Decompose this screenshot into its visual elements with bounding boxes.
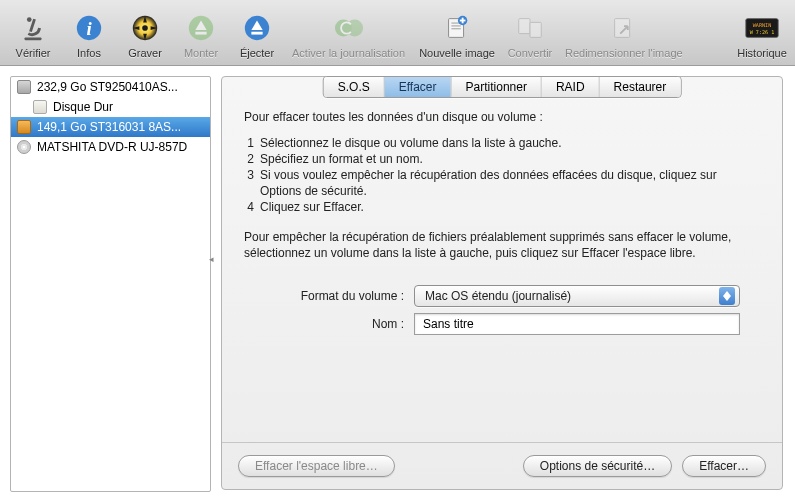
burn-icon <box>128 11 162 45</box>
toolbar-convert[interactable]: Convertir <box>503 11 557 59</box>
tab-erase[interactable]: Effacer <box>385 77 452 97</box>
toolbar-verify-label: Vérifier <box>16 47 51 59</box>
name-label: Nom : <box>244 316 414 332</box>
toolbar-log[interactable]: WARNIN W 7:26 1 Historique <box>735 11 789 59</box>
name-input[interactable] <box>414 313 740 335</box>
svg-text:W 7:26 1: W 7:26 1 <box>750 29 775 35</box>
tab-restore[interactable]: Restaurer <box>600 77 681 97</box>
svg-rect-11 <box>251 32 262 35</box>
svg-point-7 <box>142 25 148 31</box>
toolbar-journal-label: Activer la journalisation <box>292 47 405 59</box>
hdd-icon <box>17 80 31 94</box>
content-panel: S.O.S Effacer Partitionner RAID Restaure… <box>221 76 783 490</box>
info-icon: i <box>72 11 106 45</box>
toolbar-burn[interactable]: Graver <box>118 11 172 59</box>
tab-bar: S.O.S Effacer Partitionner RAID Restaure… <box>323 76 682 98</box>
footer-buttons: Effacer l'espace libre… Options de sécur… <box>222 442 782 489</box>
optical-drive-row[interactable]: MATSHITA DVD-R UJ-857D <box>11 137 210 157</box>
split-handle[interactable]: ◂ <box>209 254 215 260</box>
erase-step-4: Cliquez sur Effacer. <box>260 199 364 215</box>
toolbar-log-label: Historique <box>737 47 787 59</box>
toolbar-mount-label: Monter <box>184 47 218 59</box>
toolbar-resize-label: Redimensionner l'image <box>565 47 683 59</box>
sidebar-container: 232,9 Go ST9250410AS... Disque Dur 149,1… <box>0 66 217 502</box>
toolbar-resize[interactable]: Redimensionner l'image <box>559 11 689 59</box>
erase-button[interactable]: Effacer… <box>682 455 766 477</box>
toolbar-newimage-label: Nouvelle image <box>419 47 495 59</box>
toolbar-newimage[interactable]: Nouvelle image <box>413 11 501 59</box>
toolbar-eject-label: Éjecter <box>240 47 274 59</box>
optical-disc-icon <box>17 140 31 154</box>
svg-rect-21 <box>519 19 530 34</box>
disk-row-label: 232,9 Go ST9250410AS... <box>37 80 178 94</box>
svg-rect-0 <box>25 37 42 40</box>
svg-rect-22 <box>530 22 541 37</box>
disk-row-label: 149,1 Go ST316031 8AS... <box>37 120 181 134</box>
eject-icon <box>240 11 274 45</box>
svg-rect-20 <box>460 20 466 22</box>
erase-step-2: Spécifiez un format et un nom. <box>260 151 423 167</box>
erase-body: Pour effacer toutes les données d'un dis… <box>222 77 782 442</box>
content-container: S.O.S Effacer Partitionner RAID Restaure… <box>217 66 795 502</box>
svg-rect-16 <box>451 25 460 26</box>
disk-row-selected[interactable]: 149,1 Go ST316031 8AS... <box>11 117 210 137</box>
optical-row-label: MATSHITA DVD-R UJ-857D <box>37 140 187 154</box>
erase-form: Format du volume : Mac OS étendu (journa… <box>244 285 760 335</box>
toolbar-journal[interactable]: Activer la journalisation <box>286 11 411 59</box>
erase-step-3: Si vous voulez empêcher la récupération … <box>260 167 760 199</box>
tab-raid[interactable]: RAID <box>542 77 600 97</box>
toolbar-info[interactable]: i Infos <box>62 11 116 59</box>
security-options-button[interactable]: Options de sécurité… <box>523 455 672 477</box>
toolbar: Vérifier i Infos Graver <box>0 0 795 66</box>
journal-icon <box>332 11 366 45</box>
erase-note: Pour empêcher la récupération de fichier… <box>244 229 760 261</box>
tab-partition[interactable]: Partitionner <box>452 77 542 97</box>
erase-step-1: Sélectionnez le disque ou volume dans la… <box>260 135 562 151</box>
mount-icon <box>184 11 218 45</box>
microscope-icon <box>16 11 50 45</box>
toolbar-mount[interactable]: Monter <box>174 11 228 59</box>
svg-rect-9 <box>195 32 206 35</box>
volume-row[interactable]: Disque Dur <box>11 97 210 117</box>
tab-sos[interactable]: S.O.S <box>324 77 385 97</box>
svg-point-2 <box>27 17 32 22</box>
toolbar-burn-label: Graver <box>128 47 162 59</box>
svg-rect-17 <box>451 28 460 29</box>
format-value: Mac OS étendu (journalisé) <box>425 288 571 304</box>
toolbar-verify[interactable]: Vérifier <box>6 11 60 59</box>
svg-text:WARNIN: WARNIN <box>753 22 771 28</box>
log-icon: WARNIN W 7:26 1 <box>745 11 779 45</box>
disk-list[interactable]: 232,9 Go ST9250410AS... Disque Dur 149,1… <box>10 76 211 492</box>
external-disk-icon <box>17 120 31 134</box>
main: 232,9 Go ST9250410AS... Disque Dur 149,1… <box>0 66 795 502</box>
erase-intro: Pour effacer toutes les données d'un dis… <box>244 109 760 125</box>
new-image-icon <box>440 11 474 45</box>
format-label: Format du volume : <box>244 288 414 304</box>
toolbar-eject[interactable]: Éjecter <box>230 11 284 59</box>
select-arrows-icon <box>719 287 735 305</box>
resize-icon <box>607 11 641 45</box>
toolbar-convert-label: Convertir <box>508 47 553 59</box>
erase-free-space-button[interactable]: Effacer l'espace libre… <box>238 455 395 477</box>
erase-steps: 1Sélectionnez le disque ou volume dans l… <box>244 135 760 215</box>
volume-icon <box>33 100 47 114</box>
convert-icon <box>513 11 547 45</box>
svg-text:i: i <box>86 18 92 39</box>
volume-row-label: Disque Dur <box>53 100 113 114</box>
disk-row[interactable]: 232,9 Go ST9250410AS... <box>11 77 210 97</box>
format-select[interactable]: Mac OS étendu (journalisé) <box>414 285 740 307</box>
toolbar-info-label: Infos <box>77 47 101 59</box>
